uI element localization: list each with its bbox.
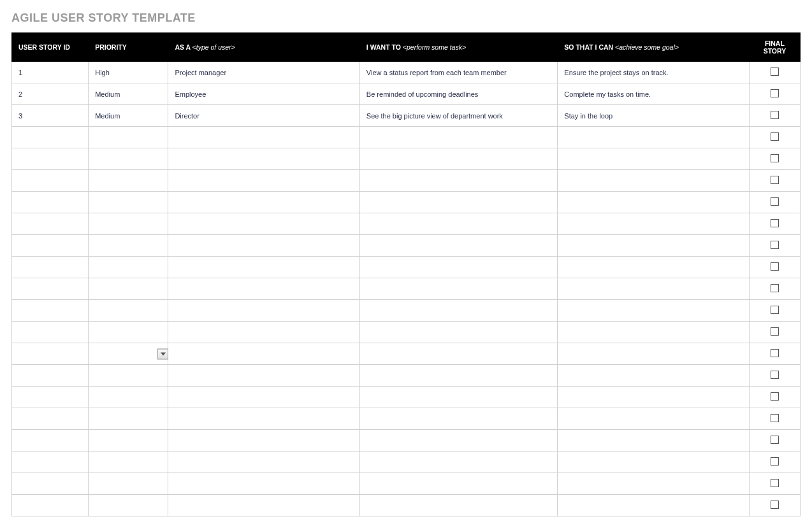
cell-sothat[interactable]	[558, 213, 749, 235]
final-story-checkbox[interactable]	[771, 414, 779, 422]
cell-sothat[interactable]	[558, 387, 749, 408]
cell-sothat[interactable]	[558, 365, 749, 387]
cell-id[interactable]	[12, 170, 89, 192]
cell-sothat[interactable]	[558, 300, 749, 322]
cell-sothat[interactable]	[558, 278, 749, 300]
dropdown-caret-icon[interactable]	[157, 348, 168, 359]
cell-priority[interactable]: High	[89, 62, 168, 83]
cell-sothat[interactable]	[558, 235, 749, 257]
cell-priority[interactable]	[89, 408, 168, 430]
final-story-checkbox[interactable]	[771, 349, 779, 357]
cell-id[interactable]	[12, 213, 89, 235]
final-story-checkbox[interactable]	[771, 327, 779, 336]
final-story-checkbox[interactable]	[771, 154, 779, 162]
cell-iwant[interactable]	[359, 148, 558, 170]
cell-asa[interactable]	[168, 257, 359, 278]
cell-sothat[interactable]	[558, 192, 749, 213]
final-story-checkbox[interactable]	[771, 176, 779, 184]
cell-priority[interactable]	[89, 451, 168, 473]
cell-sothat[interactable]	[558, 473, 749, 495]
cell-asa[interactable]	[168, 343, 359, 365]
cell-priority[interactable]	[89, 278, 168, 300]
cell-asa[interactable]	[168, 148, 359, 170]
cell-iwant[interactable]	[359, 278, 558, 300]
cell-asa[interactable]	[168, 300, 359, 322]
cell-sothat[interactable]	[558, 148, 749, 170]
cell-iwant[interactable]: Be reminded of upcoming deadlines	[359, 83, 558, 105]
cell-asa[interactable]: Employee	[168, 83, 359, 105]
cell-iwant[interactable]	[359, 495, 558, 516]
cell-iwant[interactable]	[359, 365, 558, 387]
cell-sothat[interactable]	[558, 430, 749, 451]
final-story-checkbox[interactable]	[771, 111, 779, 119]
cell-id[interactable]	[12, 322, 89, 343]
cell-sothat[interactable]	[558, 451, 749, 473]
final-story-checkbox[interactable]	[771, 392, 779, 401]
cell-asa[interactable]	[168, 365, 359, 387]
cell-priority[interactable]	[89, 213, 168, 235]
cell-priority[interactable]	[89, 192, 168, 213]
cell-id[interactable]	[12, 300, 89, 322]
cell-iwant[interactable]	[359, 408, 558, 430]
cell-priority[interactable]	[89, 495, 168, 516]
cell-asa[interactable]	[168, 235, 359, 257]
cell-asa[interactable]	[168, 192, 359, 213]
cell-priority[interactable]	[89, 235, 168, 257]
cell-id[interactable]	[12, 127, 89, 148]
final-story-checkbox[interactable]	[771, 89, 779, 97]
cell-iwant[interactable]: View a status report from each team memb…	[359, 62, 558, 83]
final-story-checkbox[interactable]	[771, 371, 779, 379]
cell-priority[interactable]	[89, 148, 168, 170]
cell-id[interactable]	[12, 235, 89, 257]
cell-iwant[interactable]	[359, 451, 558, 473]
cell-id[interactable]	[12, 192, 89, 213]
cell-asa[interactable]	[168, 495, 359, 516]
final-story-checkbox[interactable]	[771, 457, 779, 466]
cell-iwant[interactable]	[359, 300, 558, 322]
cell-id[interactable]	[12, 451, 89, 473]
cell-priority[interactable]	[89, 473, 168, 495]
cell-priority[interactable]	[89, 430, 168, 451]
cell-asa[interactable]	[168, 387, 359, 408]
cell-sothat[interactable]	[558, 343, 749, 365]
cell-iwant[interactable]	[359, 192, 558, 213]
cell-asa[interactable]	[168, 430, 359, 451]
final-story-checkbox[interactable]	[771, 262, 779, 271]
cell-id[interactable]: 1	[12, 62, 89, 83]
final-story-checkbox[interactable]	[771, 501, 779, 509]
cell-sothat[interactable]	[558, 322, 749, 343]
cell-priority[interactable]: Medium	[89, 105, 168, 127]
cell-sothat[interactable]	[558, 408, 749, 430]
cell-id[interactable]	[12, 387, 89, 408]
cell-priority[interactable]	[89, 343, 168, 365]
final-story-checkbox[interactable]	[771, 219, 779, 227]
cell-priority[interactable]	[89, 170, 168, 192]
cell-id[interactable]: 3	[12, 105, 89, 127]
cell-iwant[interactable]	[359, 127, 558, 148]
cell-sothat[interactable]: Stay in the loop	[558, 105, 749, 127]
cell-priority[interactable]	[89, 322, 168, 343]
cell-priority[interactable]	[89, 387, 168, 408]
cell-sothat[interactable]: Ensure the project stays on track.	[558, 62, 749, 83]
cell-id[interactable]	[12, 278, 89, 300]
cell-priority[interactable]: Medium	[89, 83, 168, 105]
cell-iwant[interactable]	[359, 213, 558, 235]
cell-asa[interactable]	[168, 170, 359, 192]
cell-asa[interactable]	[168, 408, 359, 430]
final-story-checkbox[interactable]	[771, 197, 779, 206]
final-story-checkbox[interactable]	[771, 241, 779, 249]
cell-asa[interactable]	[168, 322, 359, 343]
cell-iwant[interactable]	[359, 473, 558, 495]
cell-id[interactable]	[12, 495, 89, 516]
cell-priority[interactable]	[89, 365, 168, 387]
cell-id[interactable]	[12, 365, 89, 387]
cell-id[interactable]	[12, 343, 89, 365]
cell-iwant[interactable]	[359, 322, 558, 343]
final-story-checkbox[interactable]	[771, 306, 779, 314]
cell-sothat[interactable]	[558, 257, 749, 278]
cell-priority[interactable]	[89, 257, 168, 278]
cell-iwant[interactable]	[359, 430, 558, 451]
cell-id[interactable]: 2	[12, 83, 89, 105]
cell-iwant[interactable]: See the big picture view of department w…	[359, 105, 558, 127]
cell-iwant[interactable]	[359, 170, 558, 192]
